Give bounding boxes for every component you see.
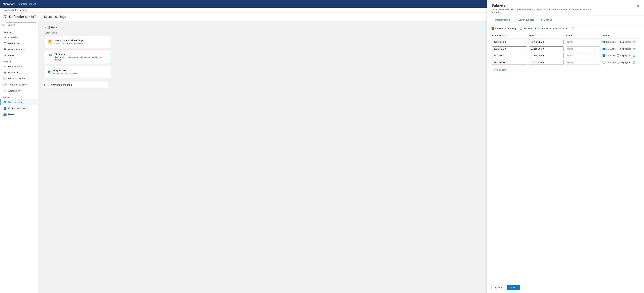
sensor-network-icon: 📶 (48, 40, 52, 44)
sidebar-item-label: Users (8, 113, 14, 116)
export-subnets-button[interactable]: ↓ Export subnets (515, 18, 536, 22)
network-monitoring-card[interactable]: ▶ ⊟ Network monitoring (42, 81, 108, 89)
save-button[interactable]: Save (507, 285, 520, 290)
sidebar: 🔍 Discover ○ Overview 📍 Device map 🖥 Dev… (0, 21, 38, 293)
segregated-checkbox-1[interactable] (617, 48, 620, 50)
resolve-checkbox[interactable] (520, 27, 522, 30)
sidebar-item-custom-alert-rules[interactable]: 👤 Custom alert rules (0, 105, 38, 111)
toolbar-separator-2 (537, 18, 537, 22)
section-analyze-label: Analyze (0, 58, 38, 64)
page-title: Defender for IoT (9, 15, 36, 19)
segregated-label-1[interactable]: Segregated (617, 48, 631, 50)
search-input[interactable] (6, 23, 36, 27)
custom-alert-icon: 👤 (3, 107, 6, 110)
ics-label-0[interactable]: ICS Subnet (602, 41, 616, 43)
segregated-checkbox-2[interactable] (617, 54, 620, 57)
import-subnets-button[interactable]: ↑ Import subnets (492, 18, 512, 22)
table-row: ICS Subnet Segregated 🗑 (492, 52, 640, 59)
mask-input-2[interactable] (529, 53, 564, 58)
name-input-2[interactable] (566, 53, 600, 58)
add-subnet-button[interactable]: + + Add subnet (492, 67, 507, 73)
auto-subnet-label[interactable]: Auto subnet learning (492, 27, 516, 30)
subnet-table: IP Address * Mask * Name Actions (492, 33, 640, 66)
import-icon: ↑ (493, 19, 494, 21)
mask-input-0[interactable] (529, 40, 564, 44)
panel-body: Auto subnet learning Resolve all Interne… (487, 24, 644, 282)
sensor-network-card[interactable]: 📶 Sensor network settings Define sensor … (44, 36, 111, 48)
actions-cell-3: ICS Subnet Segregated 🗑 (602, 61, 638, 64)
segregated-label-3[interactable]: Segregated (617, 61, 631, 64)
actions-cell-1: ICS Subnet Segregated 🗑 (602, 47, 638, 51)
event-timeline-icon: ≡ (3, 65, 6, 68)
segregated-checkbox-0[interactable] (617, 41, 620, 43)
delete-button-2[interactable]: 🗑 (632, 54, 636, 58)
info-icon: ⓘ (572, 27, 574, 30)
ics-label-1[interactable]: ICS Subnet (602, 48, 616, 50)
sidebar-item-risk-assessment[interactable]: 📊 Risk assessment (0, 76, 38, 82)
users-icon: 👥 (3, 113, 6, 116)
sidebar-item-label: Attack vector (8, 90, 21, 92)
resolve-label[interactable]: Resolve all Internet traffic as internal… (520, 27, 568, 30)
cancel-button[interactable]: Cancel (492, 285, 506, 290)
segregated-label-2[interactable]: Segregated (617, 54, 631, 57)
clear-all-button[interactable]: 🗑 Clear all (538, 18, 554, 22)
name-input-0[interactable] (566, 40, 600, 44)
ics-checkbox-0[interactable] (602, 41, 605, 43)
page-header-separator: | (40, 15, 40, 19)
play-pcap-card[interactable]: ▶ Play PCAP Upload and play PCAP files (44, 66, 111, 78)
mask-input-1[interactable] (529, 46, 564, 51)
sidebar-item-overview[interactable]: ○ Overview (0, 34, 38, 40)
sidebar-item-label: Trends & statistics (8, 83, 27, 86)
search-container: 🔍 (0, 21, 38, 29)
segregated-checkbox-3[interactable] (617, 61, 620, 64)
subnets-panel: Subnets Define which networks should be … (487, 0, 644, 293)
sidebar-item-system-settings[interactable]: ⚙ System settings (0, 99, 38, 105)
panel-toolbar: ↑ Import subnets ↓ Export subnets 🗑 Clea… (487, 16, 644, 24)
delete-button-3[interactable]: 🗑 (632, 61, 636, 64)
subnets-title: Subnets (55, 53, 107, 56)
subnets-card[interactable]: </> Subnets Define which networks should… (44, 50, 111, 64)
options-row: Auto subnet learning Resolve all Interne… (492, 27, 640, 30)
play-pcap-content: Play PCAP Upload and play PCAP files (53, 69, 79, 75)
sidebar-item-data-mining[interactable]: ⊞ Data mining (0, 69, 38, 76)
name-input-3[interactable] (566, 60, 600, 65)
panel-title: Subnets (492, 4, 596, 8)
network-monitoring-label: Network monitoring (51, 84, 72, 86)
ics-checkbox-3[interactable] (602, 61, 605, 64)
play-pcap-title: Play PCAP (53, 69, 79, 72)
device-map-icon: 📍 (3, 42, 6, 45)
sidebar-item-users[interactable]: 👥 Users (0, 111, 38, 117)
sidebar-item-alerts[interactable]: 🛡 Alerts (0, 52, 38, 58)
sidebar-item-attack-vector[interactable]: ⚡ Attack vector (0, 88, 38, 94)
sidebar-item-device-map[interactable]: 📍 Device map (0, 40, 38, 46)
ics-label-2[interactable]: ICS Subnet (602, 54, 616, 57)
delete-button-0[interactable]: 🗑 (632, 40, 636, 44)
ip-input-1[interactable] (492, 46, 527, 51)
mask-input-3[interactable] (529, 60, 564, 65)
panel-close-button[interactable]: ✕ (636, 4, 640, 8)
actions-cell-0: ICS Subnet Segregated 🗑 (602, 40, 638, 44)
auto-subnet-checkbox[interactable] (492, 27, 494, 30)
page-header-icon: 🛡 (3, 14, 7, 19)
segregated-label-0[interactable]: Segregated (617, 41, 631, 43)
name-input-1[interactable] (566, 46, 600, 51)
ip-input-0[interactable] (492, 40, 527, 44)
network-monitoring-icon: ⊟ (48, 84, 50, 86)
delete-button-1[interactable]: 🗑 (632, 47, 636, 51)
sidebar-item-label: Custom alert rules (8, 107, 26, 110)
actions-cell-2: ICS Subnet Segregated 🗑 (602, 54, 638, 58)
sidebar-item-label: Device map (8, 42, 20, 45)
ics-checkbox-1[interactable] (602, 48, 605, 50)
breadcrumb-home[interactable]: Home (3, 9, 9, 11)
ics-label-3[interactable]: ICS Subnet (602, 61, 616, 64)
ip-input-3[interactable] (492, 60, 527, 65)
ics-checkbox-2[interactable] (602, 54, 605, 57)
sidebar-item-trends-statistics[interactable]: 📈 Trends & statistics (0, 82, 38, 88)
sidebar-item-device-inventory[interactable]: 🖥 Device inventory (0, 46, 38, 52)
sidebar-item-label: Overview (8, 36, 18, 39)
ip-input-2[interactable] (492, 53, 527, 58)
sidebar-item-event-timeline[interactable]: ≡ Event timeline (0, 64, 38, 69)
chevron-right-icon: ▶ (44, 84, 46, 86)
export-icon: ↓ (517, 19, 518, 21)
subnets-content: Subnets Define which networks should be … (55, 53, 107, 61)
